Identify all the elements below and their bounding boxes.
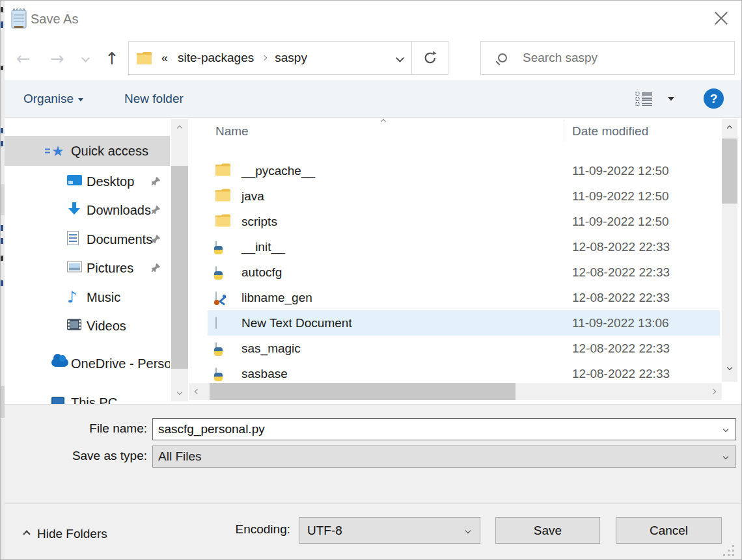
file-list: Name Date modified __pycache__11-09-2022… xyxy=(188,118,722,404)
folder-icon xyxy=(137,52,152,64)
videos-icon xyxy=(67,319,81,330)
refresh-icon[interactable] xyxy=(411,42,448,74)
sidebar-item-label: Pictures xyxy=(87,261,133,276)
search-box[interactable]: Search saspy xyxy=(480,41,735,75)
filelist-vertical-scrollbar[interactable] xyxy=(722,119,737,382)
file-name: sas_magic xyxy=(241,341,301,356)
sidebar-item-pictures[interactable]: Pictures xyxy=(1,254,170,282)
close-icon[interactable] xyxy=(710,8,732,29)
filelist-horizontal-scrollbar[interactable] xyxy=(189,383,722,400)
sidebar-item-this-pc[interactable]: This PC xyxy=(1,388,170,404)
file-name-dropdown-icon[interactable] xyxy=(716,427,735,431)
scroll-left-icon[interactable] xyxy=(191,383,203,400)
breadcrumb-segment-saspy[interactable]: saspy xyxy=(275,51,307,65)
file-row-sas-magic[interactable]: sas_magic12-08-2022 22:33 xyxy=(208,336,720,361)
file-row-autocfg[interactable]: autocfg12-08-2022 22:33 xyxy=(208,260,720,285)
breadcrumb-separator-icon xyxy=(262,55,267,60)
quick-access-star-icon: ★ xyxy=(51,143,64,159)
sidebar-item-downloads[interactable]: Downloads xyxy=(1,196,170,224)
sidebar-scrollbar[interactable] xyxy=(171,119,188,401)
forward-arrow-icon[interactable]: → xyxy=(50,37,64,80)
file-row--pycache-[interactable]: __pycache__11-09-2022 12:50 xyxy=(208,158,720,183)
file-name: sasbase xyxy=(241,367,288,381)
organise-label: Organise xyxy=(23,92,74,105)
search-placeholder: Search saspy xyxy=(523,51,598,65)
save-as-type-dropdown-icon[interactable] xyxy=(716,455,735,459)
sidebar-item-label: Downloads xyxy=(87,203,151,218)
help-question-icon: ? xyxy=(710,92,718,105)
onedrive-cloud-icon xyxy=(51,358,68,367)
filelist-scrollbar-thumb[interactable] xyxy=(722,139,737,204)
recent-locations-chevron-icon[interactable] xyxy=(81,54,90,62)
sidebar-scrollbar-thumb[interactable] xyxy=(171,166,188,369)
address-bar[interactable]: « site-packages saspy xyxy=(128,41,448,75)
sidebar-item-label: Music xyxy=(87,290,120,305)
sidebar-item-onedrive-person[interactable]: OneDrive - Person xyxy=(1,349,170,378)
main-area: ★Quick accessDesktopDownloadsDocumentsPi… xyxy=(1,118,742,404)
text-document-icon xyxy=(215,317,217,329)
encoding-combobox[interactable]: UTF-8 xyxy=(299,517,480,544)
column-header-date-modified[interactable]: Date modified xyxy=(572,124,648,139)
save-button[interactable]: Save xyxy=(495,517,600,544)
filelist-scroll-down-icon[interactable] xyxy=(722,362,737,373)
up-one-level-icon[interactable]: ↑ xyxy=(105,37,119,80)
music-icon: ♪ xyxy=(67,288,77,306)
save-as-type-combobox[interactable]: All Files xyxy=(152,446,736,468)
sidebar-item-label: Quick access xyxy=(71,144,148,159)
file-date-modified: 11-09-2022 12:50 xyxy=(572,215,669,229)
file-name-combobox[interactable] xyxy=(152,418,736,440)
file-row-libname-gen[interactable]: libname_gen12-08-2022 22:33 xyxy=(208,285,720,310)
column-divider[interactable] xyxy=(564,123,564,141)
sidebar-item-documents[interactable]: Documents xyxy=(1,225,170,254)
this-pc-icon xyxy=(51,397,64,404)
horizontal-scrollbar-thumb[interactable] xyxy=(210,383,515,400)
sidebar-item-desktop[interactable]: Desktop xyxy=(1,167,170,196)
breadcrumb-segment-site-packages[interactable]: site-packages xyxy=(178,51,254,65)
breadcrumb[interactable]: « site-packages saspy xyxy=(129,42,388,74)
hide-folders-button[interactable]: Hide Folders xyxy=(24,526,107,542)
file-name: java xyxy=(241,189,264,204)
python-file-icon xyxy=(215,342,217,354)
encoding-dropdown-icon[interactable] xyxy=(456,529,480,533)
background-window-sliver xyxy=(1,1,5,560)
file-name-input[interactable] xyxy=(153,422,716,436)
filelist-scroll-up-icon[interactable] xyxy=(722,123,737,133)
title-bar: Save As xyxy=(1,1,742,37)
sidebar-item-music[interactable]: ♪Music xyxy=(1,283,170,312)
sidebar-scroll-up-icon[interactable] xyxy=(171,123,188,133)
back-arrow-icon[interactable]: ← xyxy=(16,37,31,80)
file-date-modified: 11-09-2022 13:06 xyxy=(572,316,669,330)
sidebar-item-videos[interactable]: Videos xyxy=(1,312,170,340)
folder-icon xyxy=(215,163,230,176)
documents-icon xyxy=(67,231,79,245)
file-row-scripts[interactable]: scripts11-09-2022 12:50 xyxy=(208,209,720,234)
sidebar-item-quick-access[interactable]: ★Quick access xyxy=(1,136,170,166)
details-view-icon[interactable] xyxy=(635,91,653,107)
navigation-pane: ★Quick accessDesktopDownloadsDocumentsPi… xyxy=(1,118,170,404)
save-button-label: Save xyxy=(534,524,562,538)
file-row--init-[interactable]: __init__12-08-2022 22:33 xyxy=(208,234,720,260)
file-date-modified: 12-08-2022 22:33 xyxy=(572,367,670,381)
desktop-icon xyxy=(67,175,82,185)
cancel-button[interactable]: Cancel xyxy=(616,517,722,544)
file-name-label: File name: xyxy=(17,421,147,436)
file-row-new-text-document[interactable]: New Text Document11-09-2022 13:06 xyxy=(208,310,720,336)
cancel-button-label: Cancel xyxy=(650,524,688,538)
chevron-up-icon xyxy=(23,530,30,537)
view-dropdown-icon[interactable] xyxy=(668,97,674,101)
file-row-java[interactable]: java11-09-2022 12:50 xyxy=(208,183,720,209)
resize-grip-icon[interactable] xyxy=(723,545,736,558)
organise-button[interactable]: Organise xyxy=(23,80,83,117)
breadcrumb-collapse-chevrons[interactable]: « xyxy=(161,51,168,65)
scroll-right-icon[interactable] xyxy=(708,383,719,400)
save-as-dialog: { "window": { "title": "Save As" }, "nav… xyxy=(0,0,742,560)
column-header-name[interactable]: Name xyxy=(215,124,249,139)
file-name: __pycache__ xyxy=(241,164,315,178)
new-folder-button[interactable]: New folder xyxy=(124,80,184,117)
help-button[interactable]: ? xyxy=(704,88,724,109)
sort-ascending-icon[interactable] xyxy=(381,119,386,124)
address-dropdown-icon[interactable] xyxy=(388,42,411,74)
file-name: libname_gen xyxy=(241,291,312,305)
folder-icon xyxy=(215,214,230,226)
sidebar-scroll-down-icon[interactable] xyxy=(171,387,188,397)
